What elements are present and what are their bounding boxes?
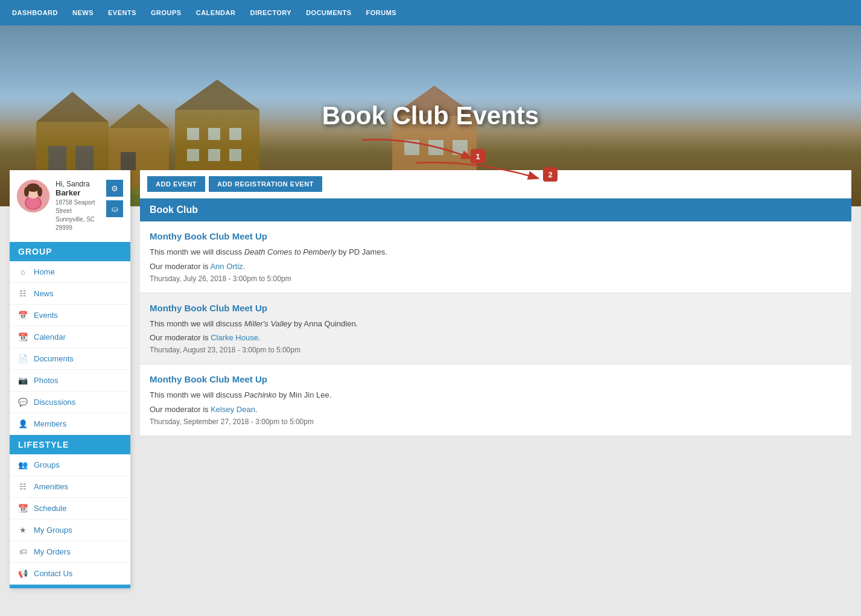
sidebar-item-contact-us[interactable]: 📢 Contact Us <box>10 563 130 585</box>
svg-rect-13 <box>208 149 220 161</box>
add-registration-event-button[interactable]: ADD REGISTRATION EVENT <box>209 176 322 192</box>
sidebar-item-groups[interactable]: 👥 Groups <box>10 454 130 476</box>
nav-events[interactable]: EVENTS <box>108 9 136 16</box>
event-card-1: Monthy Book Club Meet Up This month we w… <box>140 221 851 293</box>
svg-marker-8 <box>175 80 259 110</box>
svg-point-30 <box>37 187 42 197</box>
event-moderator-1: Our moderator is Ann Ortiz. <box>150 262 842 271</box>
event-date-1: Thursday, July 26, 2018 - 3:00pm to 5:00… <box>150 275 842 283</box>
profile-icons: ⚙ ⛀ <box>106 180 123 217</box>
moderator-link-3[interactable]: Kelsey Dean <box>211 405 255 414</box>
event-book-3: Pachinko <box>244 390 276 399</box>
profile-info: Hi, Sandra Barker 18758 Seaport Street S… <box>56 180 100 232</box>
event-card-3: Monthy Book Club Meet Up This month we w… <box>140 364 851 436</box>
sidebar-item-members[interactable]: 👤 Members <box>10 413 130 435</box>
sidebar-item-my-orders[interactable]: 🏷 My Orders <box>10 541 130 563</box>
moderator-link-1[interactable]: Ann Ortiz <box>210 262 243 271</box>
sidebar-item-calendar[interactable]: 📆 Calendar <box>10 326 130 348</box>
profile-section: Hi, Sandra Barker 18758 Seaport Street S… <box>10 170 130 242</box>
sidebar-footer-bar <box>10 585 130 588</box>
sidebar-item-my-groups[interactable]: ★ My Groups <box>10 519 130 541</box>
event-card-2: Monthy Book Club Meet Up This month we w… <box>140 293 851 365</box>
svg-rect-12 <box>187 149 199 161</box>
sidebar-item-amenities[interactable]: ☷ Amenities <box>10 476 130 498</box>
event-title-2[interactable]: Monthy Book Club Meet Up <box>150 303 842 313</box>
nav-groups[interactable]: GROUPS <box>151 9 182 16</box>
svg-marker-1 <box>36 92 109 122</box>
star-icon: ★ <box>18 526 28 535</box>
document-icon: 📄 <box>18 354 28 363</box>
main-panel: ADD EVENT ADD REGISTRATION EVENT Book Cl… <box>140 170 851 588</box>
sidebar-item-photos[interactable]: 📷 Photos <box>10 370 130 392</box>
sidebar-item-news[interactable]: ☷ News <box>10 283 130 305</box>
nav-news[interactable]: NEWS <box>72 9 94 16</box>
annotation-badge-1: 1 <box>471 149 485 164</box>
sidebar-item-home[interactable]: ⌂ Home <box>10 261 130 283</box>
svg-marker-5 <box>109 104 169 128</box>
chat-icon: 💬 <box>18 398 28 407</box>
profile-greeting: Hi, Sandra <box>56 180 100 188</box>
event-title-1[interactable]: Monthy Book Club Meet Up <box>150 231 842 241</box>
tag-icon: 🏷 <box>18 547 28 556</box>
account-icon-button[interactable]: ⛀ <box>106 200 123 217</box>
svg-point-29 <box>24 187 29 197</box>
main-content: Hi, Sandra Barker 18758 Seaport Street S… <box>0 206 861 588</box>
event-date-3: Thursday, September 27, 2018 - 3:00pm to… <box>150 418 842 426</box>
profile-name: Barker <box>56 188 100 197</box>
moderator-link-2[interactable]: Clarke House <box>211 333 258 342</box>
group-header: Book Club <box>140 198 851 221</box>
nav-calendar[interactable]: CALENDAR <box>196 9 236 16</box>
svg-rect-3 <box>75 146 94 170</box>
event-moderator-2: Our moderator is Clarke House. <box>150 333 842 342</box>
nav-documents[interactable]: DOCUMENTS <box>306 9 351 16</box>
megaphone-icon: 📢 <box>18 569 28 578</box>
annotation-badge-2: 2 <box>543 167 558 182</box>
settings-icon-button[interactable]: ⚙ <box>106 180 123 197</box>
event-desc-1: This month we will discuss Death Comes t… <box>150 246 842 258</box>
sidebar-item-events[interactable]: 📅 Events <box>10 305 130 326</box>
avatar-image <box>17 180 49 212</box>
svg-rect-6 <box>121 152 136 170</box>
group-section-header: GROUP <box>10 242 130 261</box>
avatar <box>17 180 49 212</box>
sidebar-item-discussions[interactable]: 💬 Discussions <box>10 392 130 413</box>
nav-dashboard[interactable]: DASHBOARD <box>12 9 58 16</box>
svg-rect-11 <box>229 128 241 140</box>
svg-rect-9 <box>187 128 199 140</box>
sidebar-item-documents[interactable]: 📄 Documents <box>10 348 130 370</box>
lifestyle-section-header: LIFESTYLE <box>10 435 130 454</box>
sidebar-item-schedule[interactable]: 📆 Schedule <box>10 498 130 519</box>
events-calendar-icon: 📅 <box>18 311 28 320</box>
sidebar: Hi, Sandra Barker 18758 Seaport Street S… <box>10 170 130 588</box>
profile-address: 18758 Seaport Street Sunnyville, SC 2999… <box>56 198 100 232</box>
svg-rect-14 <box>229 149 241 161</box>
calendar-icon: 📆 <box>18 332 28 341</box>
event-desc-2: This month we will discuss Miller's Vall… <box>150 318 842 330</box>
newspaper-icon: ☷ <box>18 289 28 298</box>
event-title-3[interactable]: Monthy Book Club Meet Up <box>150 374 842 384</box>
person-icon: 👤 <box>18 419 28 428</box>
event-book-2: Miller's Valley <box>244 319 292 328</box>
event-date-2: Thursday, August 23, 2018 - 3:00pm to 5:… <box>150 346 842 354</box>
svg-rect-2 <box>48 146 66 170</box>
svg-rect-10 <box>208 128 220 140</box>
schedule-icon: 📆 <box>18 504 28 513</box>
page-title: Book Club Events <box>322 101 539 130</box>
top-navigation: DASHBOARD NEWS EVENTS GROUPS CALENDAR DI… <box>0 0 861 25</box>
event-book-1: Death Comes to Pemberly <box>244 247 336 256</box>
amenities-icon: ☷ <box>18 482 28 491</box>
nav-forums[interactable]: FORUMS <box>366 9 397 16</box>
groups-icon: 👥 <box>18 460 28 469</box>
home-icon: ⌂ <box>18 267 28 276</box>
event-moderator-3: Our moderator is Kelsey Dean. <box>150 405 842 414</box>
event-desc-3: This month we will discuss Pachinko by M… <box>150 389 842 401</box>
photo-icon: 📷 <box>18 376 28 385</box>
nav-directory[interactable]: DIRECTORY <box>250 9 291 16</box>
add-event-button[interactable]: ADD EVENT <box>147 176 205 192</box>
